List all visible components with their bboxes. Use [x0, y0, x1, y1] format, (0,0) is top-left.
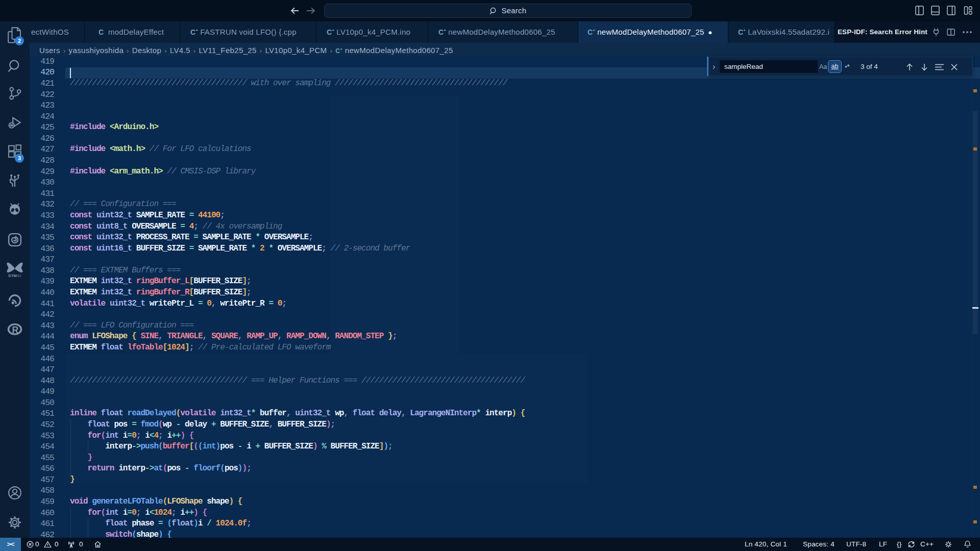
svg-text:R: R — [12, 325, 19, 335]
